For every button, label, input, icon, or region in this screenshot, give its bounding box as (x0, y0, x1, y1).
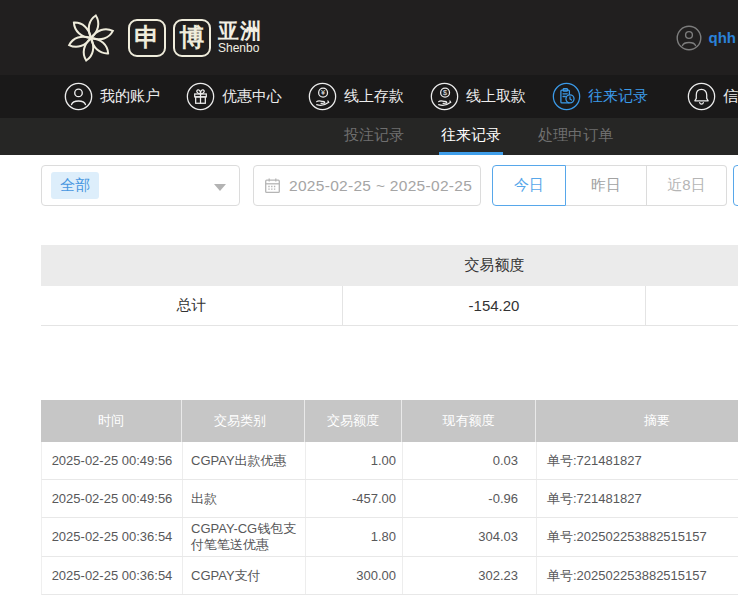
main-navigation: 我的账户 优惠中心 ¥ 线上存款 $ 线上取款 (0, 75, 738, 118)
cell-memo: 单号:202502253882515157 (537, 518, 738, 556)
cell-memo: 单号:721481827 (537, 442, 738, 479)
quick-date-buttons: 今日 昨日 近8日 (492, 165, 727, 206)
cell-time: 2025-02-25 00:49:56 (42, 480, 183, 517)
table-row: 2025-02-25 00:36:54 CGPAY支付 300.00 302.2… (41, 557, 738, 595)
brand-subtitle: Shenbo (218, 42, 262, 55)
top-header: 申 博 亚洲 Shenbo qhh (0, 0, 738, 75)
type-dropdown-value: 全部 (51, 172, 99, 199)
cell-category: CGPAY出款优惠 (183, 442, 306, 479)
nav-item-promotions[interactable]: 优惠中心 (186, 82, 282, 111)
svg-text:$: $ (443, 88, 447, 97)
nav-item-messages[interactable]: 信 (687, 82, 738, 111)
cell-category: CGPAY支付 (183, 557, 306, 594)
cutoff-button-fragment[interactable] (733, 165, 738, 206)
nav-item-withdraw[interactable]: $ 线上取款 (430, 82, 526, 111)
nav-item-deposit[interactable]: ¥ 线上存款 (308, 82, 404, 111)
deposit-icon: ¥ (308, 82, 337, 111)
brand-region: 亚洲 Shenbo (218, 20, 262, 55)
chevron-down-icon (214, 184, 226, 191)
cell-amount: -457.00 (306, 480, 403, 517)
nav-item-label: 优惠中心 (222, 87, 282, 106)
tab-pending-orders[interactable]: 处理中订单 (536, 118, 615, 155)
date-range-input[interactable]: 2025-02-25 ~ 2025-02-25 (253, 165, 481, 206)
brand-logo[interactable]: 申 博 亚洲 Shenbo (0, 10, 262, 66)
cell-time: 2025-02-25 00:36:54 (42, 557, 183, 594)
nav-item-label: 信 (723, 87, 738, 106)
cell-amount: 1.00 (306, 442, 403, 479)
nav-item-label: 我的账户 (100, 87, 160, 106)
withdraw-icon: $ (430, 82, 459, 111)
brand-char-2: 博 (180, 21, 205, 54)
cell-amount: 300.00 (306, 557, 403, 594)
cell-category: 出款 (183, 480, 306, 517)
nav-item-my-account[interactable]: 我的账户 (64, 82, 160, 111)
calendar-icon (264, 177, 281, 194)
brand-char-box: 博 (173, 19, 211, 57)
username-label: qhh (709, 29, 737, 46)
column-header-memo: 摘要 (536, 400, 738, 442)
cell-balance: 302.23 (403, 557, 537, 594)
record-tabs: 投注记录 往来记录 处理中订单 (0, 118, 738, 155)
cell-time: 2025-02-25 00:49:56 (42, 442, 183, 479)
cell-memo: 单号:721481827 (537, 480, 738, 517)
cell-balance: 0.03 (403, 442, 537, 479)
flower-logo-icon (63, 10, 119, 66)
user-account[interactable]: qhh (676, 0, 737, 75)
today-button[interactable]: 今日 (492, 165, 566, 206)
column-header-time: 时间 (41, 400, 182, 442)
nav-item-label: 线上取款 (466, 87, 526, 106)
yesterday-button[interactable]: 昨日 (566, 165, 647, 206)
cell-time: 2025-02-25 00:36:54 (42, 518, 183, 556)
records-icon (552, 82, 581, 111)
user-avatar-icon (676, 25, 702, 51)
tab-betting-records[interactable]: 投注记录 (342, 118, 406, 155)
bell-icon (687, 82, 716, 111)
type-dropdown[interactable]: 全部 (41, 165, 240, 206)
summary-total-value: -154.20 (343, 286, 646, 325)
gift-icon (186, 82, 215, 111)
cell-balance: 304.03 (403, 518, 537, 556)
brand-char-box: 申 (128, 19, 166, 57)
cell-amount: 1.80 (306, 518, 403, 556)
nav-item-label: 往来记录 (588, 87, 648, 106)
cell-balance: -0.96 (403, 480, 537, 517)
last-8-days-button[interactable]: 近8日 (647, 165, 727, 206)
brand-char-1: 申 (135, 21, 160, 54)
table-row: 2025-02-25 00:49:56 出款 -457.00 -0.96 单号:… (41, 480, 738, 518)
column-header-amount: 交易额度 (305, 400, 402, 442)
date-range-value: 2025-02-25 ~ 2025-02-25 (289, 177, 472, 195)
summary-total-row: 总计 -154.20 (41, 286, 738, 326)
records-header-row: 时间 交易类别 交易额度 现有额度 摘要 (41, 400, 738, 442)
nav-item-transaction-records[interactable]: 往来记录 (552, 82, 648, 111)
table-row: 2025-02-25 00:49:56 CGPAY出款优惠 1.00 0.03 … (41, 442, 738, 480)
user-icon (64, 82, 93, 111)
brand-region-cn: 亚洲 (218, 20, 262, 42)
cell-memo: 单号:202502253882515157 (537, 557, 738, 594)
nav-item-label: 线上存款 (344, 87, 404, 106)
tab-transaction-records[interactable]: 往来记录 (439, 118, 503, 155)
summary-table: 交易额度 总计 -154.20 (41, 245, 738, 326)
summary-header-amount: 交易额度 (343, 256, 646, 275)
summary-header-row: 交易额度 (41, 245, 738, 286)
column-header-balance: 现有额度 (402, 400, 536, 442)
filter-row: 全部 2025-02-25 ~ 2025-02-25 今日 昨日 近8日 (41, 165, 738, 206)
cell-category: CGPAY-CG钱包支付笔笔送优惠 (183, 518, 306, 556)
column-header-category: 交易类别 (182, 400, 305, 442)
table-row: 2025-02-25 00:36:54 CGPAY-CG钱包支付笔笔送优惠 1.… (41, 518, 738, 557)
records-table: 时间 交易类别 交易额度 现有额度 摘要 2025-02-25 00:49:56… (41, 400, 738, 595)
summary-total-label: 总计 (41, 286, 343, 325)
